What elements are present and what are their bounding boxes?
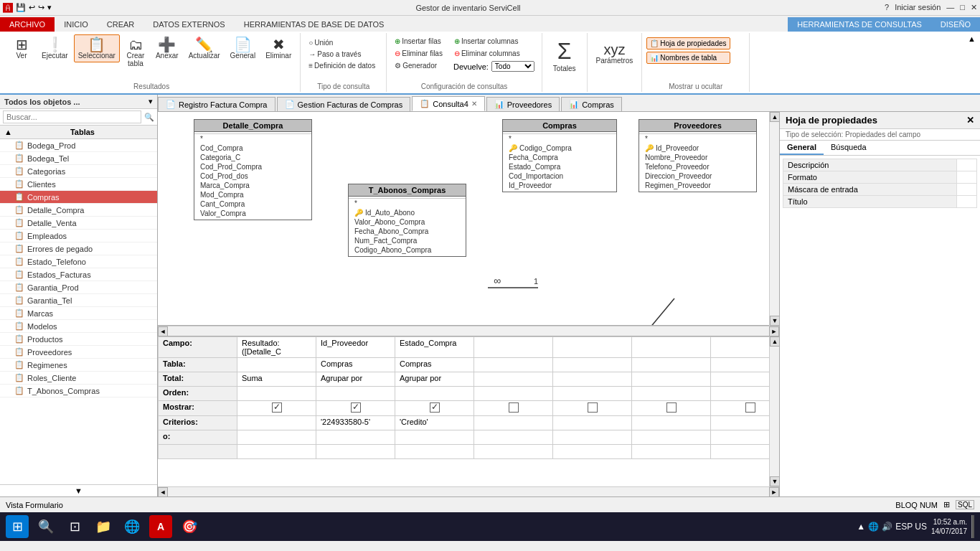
empty-col7[interactable]	[711, 445, 770, 459]
btn-insertar-filas[interactable]: ⊕ Insertar filas	[391, 36, 446, 47]
props-tab-general[interactable]: General	[780, 141, 824, 155]
sidebar-item-modelos[interactable]: 📋 Modelos	[0, 320, 157, 333]
btn-actualizar[interactable]: ✏️ Actualizar	[184, 34, 225, 62]
checkbox-show-6[interactable]	[666, 402, 677, 413]
field-id-auto-abono[interactable]: 🔑Id_Auto_Abono	[349, 208, 466, 217]
orden-col3[interactable]	[395, 387, 474, 401]
table-proveedores[interactable]: Proveedores * 🔑Id_Proveedor Nombre_Prove…	[639, 119, 757, 192]
search-icon[interactable]: 🔍	[144, 113, 154, 122]
or-col5[interactable]	[553, 430, 632, 445]
campo-col2[interactable]: Id_Proveedor	[316, 337, 395, 358]
field-cod-importacion[interactable]: Cod_Importacion	[503, 171, 616, 181]
grid-h-left[interactable]: ◄	[158, 487, 168, 496]
field-fecha-compra[interactable]: Fecha_Compra	[503, 153, 616, 162]
field-direccion-proveedor[interactable]: Direccion_Proveedor	[639, 171, 756, 181]
table-detalle-compra[interactable]: Detalle_Compra * Cod_Compra Categoria_C …	[194, 119, 312, 220]
btn-eliminar-filas[interactable]: ⊖ Eliminar filas	[391, 48, 446, 59]
campo-col7[interactable]	[711, 337, 770, 358]
sidebar-options-icon[interactable]: ▾	[149, 97, 153, 106]
taskbar-multitask-btn[interactable]: ⊡	[63, 515, 86, 538]
grid-h-right[interactable]: ►	[769, 487, 779, 496]
field-codigo-compra[interactable]: 🔑Codigo_Compra	[503, 143, 616, 153]
checkbox-show-7[interactable]	[745, 402, 755, 413]
tabla-col1[interactable]	[237, 358, 316, 372]
tab-crear[interactable]: CREAR	[98, 17, 144, 32]
orden-col2[interactable]	[316, 387, 395, 401]
btn-anexar[interactable]: ➕ Anexar	[151, 34, 183, 62]
tab-proveedores[interactable]: 📊 Proveedores	[486, 97, 560, 111]
tabla-col4[interactable]	[474, 358, 553, 372]
total-col3[interactable]: Agrupar por	[395, 372, 474, 387]
or-col1[interactable]	[237, 430, 316, 445]
scroll-left-btn[interactable]: ◄	[158, 326, 168, 336]
sidebar-item-detalle-compra[interactable]: 📋 Detalle_Compra	[0, 204, 157, 217]
btn-parametros[interactable]: xyz Parámetros	[592, 34, 638, 67]
grid-scroll-down[interactable]: ▼	[770, 476, 779, 486]
field-mod-compra[interactable]: Mod_Compra	[194, 190, 311, 199]
table-compras[interactable]: Compras * 🔑Codigo_Compra Fecha_Compra Es…	[502, 119, 617, 192]
orden-col6[interactable]	[632, 387, 711, 401]
sidebar-item-estados-fact[interactable]: 📋 Estados_Facturas	[0, 268, 157, 281]
btn-totales[interactable]: Σ Totales	[547, 34, 583, 76]
grid-scroll-up[interactable]: ▲	[770, 336, 779, 347]
tab-herramientas-bd[interactable]: HERRAMIENTAS DE BASE DE DATOS	[235, 17, 394, 32]
tray-chevron-icon[interactable]: ▲	[857, 522, 865, 532]
sidebar-item-productos[interactable]: 📋 Productos	[0, 333, 157, 346]
grid-scrollbar-v[interactable]: ▲ ▼	[769, 336, 779, 486]
empty-col4[interactable]	[474, 445, 553, 459]
devuelve-select[interactable]: Todo 5 25	[491, 61, 534, 72]
prop-value-titulo[interactable]	[956, 196, 976, 208]
btn-eliminar-cols[interactable]: ⊖ Eliminar columnas	[451, 48, 537, 59]
sidebar-section-tables[interactable]: ▲ Tablas	[0, 126, 157, 139]
taskbar-app-btn[interactable]: 🎯	[178, 515, 201, 538]
taskbar-access-btn[interactable]: A	[149, 515, 172, 538]
scroll-up-btn[interactable]: ▲	[770, 112, 779, 122]
criterios-col7[interactable]	[711, 416, 770, 430]
campo-col3[interactable]: Estado_Compra	[395, 337, 474, 358]
sidebar-item-t-abonos[interactable]: 📋 T_Abonos_Compras	[0, 385, 157, 397]
quick-save[interactable]: 💾	[16, 3, 26, 12]
field-cant-compra[interactable]: Cant_Compra	[194, 199, 311, 209]
sidebar-item-garantia-tel[interactable]: 📋 Garantia_Tel	[0, 294, 157, 307]
criterios-col5[interactable]	[553, 416, 632, 430]
field-id-proveedor[interactable]: Id_Proveedor	[503, 181, 616, 190]
taskbar-time[interactable]: 10:52 a.m. 14/07/2017	[931, 517, 967, 536]
scroll-down-btn[interactable]: ▼	[770, 316, 779, 326]
mostrar-col4[interactable]	[474, 401, 553, 416]
campo-col4[interactable]	[474, 337, 553, 358]
mostrar-col7[interactable]	[711, 401, 770, 416]
minimize-button[interactable]: —	[946, 3, 954, 12]
props-tab-busqueda[interactable]: Búsqueda	[824, 141, 874, 155]
scroll-right-btn[interactable]: ►	[769, 326, 779, 336]
campo-col5[interactable]	[553, 337, 632, 358]
taskbar-explorer-btn[interactable]: 📁	[92, 515, 115, 538]
or-col2[interactable]	[316, 430, 395, 445]
sidebar-item-proveedores[interactable]: 📋 Proveedores	[0, 346, 157, 359]
orden-col1[interactable]	[237, 387, 316, 401]
taskbar-start-btn[interactable]: ⊞	[6, 515, 29, 538]
sidebar-item-bodega-prod[interactable]: 📋 Bodega_Prod	[0, 139, 157, 152]
btn-generador[interactable]: ⚙ Generador	[391, 60, 446, 71]
taskbar-chrome-btn[interactable]: 🌐	[121, 515, 143, 538]
tabla-col6[interactable]	[632, 358, 711, 372]
total-col7[interactable]	[711, 372, 770, 387]
or-col6[interactable]	[632, 430, 711, 445]
field-cod-compra[interactable]: Cod_Compra	[194, 143, 311, 153]
tab-herramientas-consultas[interactable]: HERRAMIENTAS DE CONSULTAS	[788, 17, 931, 32]
total-col5[interactable]	[553, 372, 632, 387]
btn-nombres-tabla[interactable]: 📊 Nombres de tabla	[646, 52, 730, 64]
criterios-col1[interactable]	[237, 416, 316, 430]
quick-undo[interactable]: ↩	[29, 3, 35, 12]
tab-consulta4[interactable]: 📋 Consulta4 ✕	[412, 96, 485, 111]
campo-col1[interactable]: Resultado: ([Detalle_C	[237, 337, 316, 358]
tab-compras[interactable]: 📊 Compras	[561, 97, 622, 111]
btn-eliminar[interactable]: ✖ Eliminar	[261, 34, 296, 62]
btn-crear-tabla[interactable]: 🗂 Creartabla	[121, 34, 150, 70]
sidebar-item-compras[interactable]: 📋 Compras	[0, 191, 157, 204]
tabla-col7[interactable]	[711, 358, 770, 372]
empty-col5[interactable]	[553, 445, 632, 459]
sidebar-search-input[interactable]	[3, 110, 141, 123]
sidebar-scroll-down[interactable]: ▼	[0, 484, 157, 496]
orden-col5[interactable]	[553, 387, 632, 401]
total-col2[interactable]: Agrupar por	[316, 372, 395, 387]
